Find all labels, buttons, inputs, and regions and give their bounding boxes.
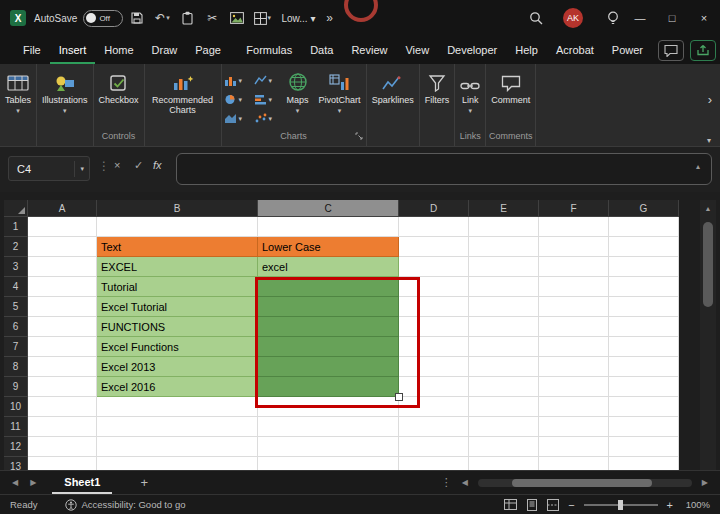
tab-home[interactable]: Home	[95, 36, 142, 64]
cell-D13[interactable]	[399, 457, 469, 470]
tab-developer[interactable]: Developer	[438, 36, 506, 64]
cell-G12[interactable]	[609, 437, 679, 457]
cell-F7[interactable]	[539, 337, 609, 357]
cell-A2[interactable]	[28, 237, 97, 257]
tab-data[interactable]: Data	[301, 36, 342, 64]
cell-C7[interactable]	[258, 337, 399, 357]
cell-C11[interactable]	[258, 417, 399, 437]
tables-button[interactable]: Tables ▾	[0, 69, 36, 116]
link-button[interactable]: Link ▾	[455, 69, 485, 116]
ideas-button[interactable]	[602, 6, 624, 30]
formula-input[interactable]	[176, 153, 712, 185]
insert-scatter-chart-button[interactable]: ▾	[252, 109, 282, 128]
column-header-E[interactable]: E	[469, 200, 539, 217]
maps-button[interactable]: Maps ▾	[282, 69, 314, 116]
insert-area-chart-button[interactable]: ▾	[222, 109, 252, 128]
cell-A13[interactable]	[28, 457, 97, 470]
cell-C5[interactable]	[258, 297, 399, 317]
page-layout-view-icon[interactable]	[526, 499, 538, 511]
insert-bar-chart-button[interactable]: ▾	[252, 90, 282, 109]
cell-F1[interactable]	[539, 217, 609, 237]
tab-file[interactable]: File	[14, 36, 50, 64]
cell-C13[interactable]	[258, 457, 399, 470]
cell-B1[interactable]	[97, 217, 258, 237]
cell-E2[interactable]	[469, 237, 539, 257]
horizontal-scrollbar[interactable]	[478, 479, 692, 487]
cell-E13[interactable]	[469, 457, 539, 470]
tab-draw[interactable]: Draw	[143, 36, 187, 64]
row-header-12[interactable]: 12	[4, 437, 28, 457]
sheet-tab-sheet1[interactable]: Sheet1	[52, 471, 112, 494]
insert-line-chart-button[interactable]: ▾	[252, 71, 282, 90]
cell-F13[interactable]	[539, 457, 609, 470]
cell-B12[interactable]	[97, 437, 258, 457]
vertical-scrollbar[interactable]: ▲	[700, 200, 716, 470]
close-button[interactable]: ×	[688, 0, 720, 36]
accessibility-status[interactable]: Accessibility: Good to go	[65, 499, 185, 511]
save-button[interactable]	[126, 6, 148, 30]
cell-G7[interactable]	[609, 337, 679, 357]
cell-F2[interactable]	[539, 237, 609, 257]
cell-G13[interactable]	[609, 457, 679, 470]
cell-C3[interactable]: excel	[258, 257, 399, 277]
row-header-10[interactable]: 10	[4, 397, 28, 417]
cell-E10[interactable]	[469, 397, 539, 417]
undo-button[interactable]: ↶ ▾	[151, 6, 173, 30]
cell-A4[interactable]	[28, 277, 97, 297]
checkbox-button[interactable]: Checkbox	[94, 69, 144, 105]
cell-E1[interactable]	[469, 217, 539, 237]
cell-G8[interactable]	[609, 357, 679, 377]
column-header-D[interactable]: D	[399, 200, 469, 217]
cell-C10[interactable]	[258, 397, 399, 417]
insert-column-chart-button[interactable]: ▾	[222, 71, 252, 90]
hscroll-left-icon[interactable]: ◀	[462, 478, 468, 487]
cut-button[interactable]: ✂	[201, 6, 223, 30]
illustrations-button[interactable]: Illustrations ▾	[37, 69, 93, 116]
cell-A12[interactable]	[28, 437, 97, 457]
add-sheet-button[interactable]: +	[140, 475, 148, 490]
tab-help[interactable]: Help	[506, 36, 547, 64]
avatar[interactable]: AK	[563, 8, 583, 28]
cell-G4[interactable]	[609, 277, 679, 297]
picture-button[interactable]	[226, 6, 248, 30]
cell-G1[interactable]	[609, 217, 679, 237]
zoom-slider[interactable]	[584, 504, 658, 506]
cell-A8[interactable]	[28, 357, 97, 377]
paste-button[interactable]	[176, 6, 198, 30]
cell-G6[interactable]	[609, 317, 679, 337]
tab-options-icon[interactable]: ⋮	[441, 476, 452, 489]
row-header-11[interactable]: 11	[4, 417, 28, 437]
share-button[interactable]	[690, 40, 716, 61]
cell-F8[interactable]	[539, 357, 609, 377]
insert-function-button[interactable]: fx	[153, 159, 162, 171]
cell-D12[interactable]	[399, 437, 469, 457]
recommended-charts-button[interactable]: Recommended Charts	[145, 69, 221, 115]
cell-E6[interactable]	[469, 317, 539, 337]
row-header-1[interactable]: 1	[4, 217, 28, 237]
sheet-nav-right-icon[interactable]: ▶	[30, 478, 36, 487]
cell-G2[interactable]	[609, 237, 679, 257]
cell-E4[interactable]	[469, 277, 539, 297]
row-header-13[interactable]: 13	[4, 457, 28, 470]
row-header-9[interactable]: 9	[4, 377, 28, 397]
tab-page-layout[interactable]: Page Layout	[186, 36, 237, 64]
cell-F9[interactable]	[539, 377, 609, 397]
ribbon-collapse-icon[interactable]: ▾	[707, 136, 711, 145]
cell-F3[interactable]	[539, 257, 609, 277]
cell-A1[interactable]	[28, 217, 97, 237]
tab-acrobat[interactable]: Acrobat	[547, 36, 603, 64]
cell-B4[interactable]: Tutorial	[97, 277, 258, 297]
row-header-5[interactable]: 5	[4, 297, 28, 317]
cell-B7[interactable]: Excel Functions	[97, 337, 258, 357]
row-header-2[interactable]: 2	[4, 237, 28, 257]
row-header-4[interactable]: 4	[4, 277, 28, 297]
formula-bar-handle[interactable]: ⋮	[98, 159, 110, 173]
normal-view-icon[interactable]	[504, 499, 517, 510]
sparklines-button[interactable]: Sparklines	[367, 69, 419, 105]
cell-E8[interactable]	[469, 357, 539, 377]
cell-G9[interactable]	[609, 377, 679, 397]
cell-C6[interactable]	[258, 317, 399, 337]
cell-E9[interactable]	[469, 377, 539, 397]
quick-style-dropdown[interactable]: Low... ▾	[281, 13, 315, 24]
cell-E3[interactable]	[469, 257, 539, 277]
